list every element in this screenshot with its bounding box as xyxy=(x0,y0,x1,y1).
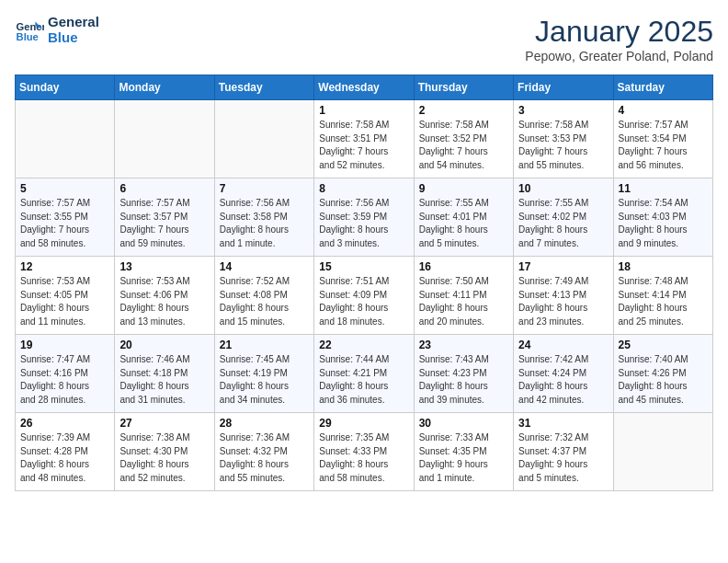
header-wednesday: Wednesday xyxy=(314,75,414,100)
day-cell: 17Sunrise: 7:49 AMSunset: 4:13 PMDayligh… xyxy=(514,257,613,335)
day-cell xyxy=(16,100,115,178)
page-header: General Blue General Blue January 2025 P… xyxy=(15,15,713,63)
day-number: 7 xyxy=(220,182,309,195)
day-number: 18 xyxy=(619,260,708,273)
day-info: Sunrise: 7:58 AMSunset: 3:51 PMDaylight:… xyxy=(319,119,408,172)
week-row-1: 1Sunrise: 7:58 AMSunset: 3:51 PMDaylight… xyxy=(16,100,713,178)
day-cell: 5Sunrise: 7:57 AMSunset: 3:55 PMDaylight… xyxy=(16,178,115,257)
header-tuesday: Tuesday xyxy=(214,75,313,100)
day-cell xyxy=(613,413,712,491)
week-row-2: 5Sunrise: 7:57 AMSunset: 3:55 PMDaylight… xyxy=(16,178,713,257)
header-monday: Monday xyxy=(115,75,214,100)
day-number: 13 xyxy=(119,260,209,273)
logo-general: General xyxy=(48,15,99,30)
day-cell: 23Sunrise: 7:43 AMSunset: 4:23 PMDayligh… xyxy=(414,335,513,413)
day-cell: 28Sunrise: 7:36 AMSunset: 4:32 PMDayligh… xyxy=(214,413,313,491)
day-number: 21 xyxy=(220,339,309,351)
day-number: 3 xyxy=(518,104,608,117)
day-number: 19 xyxy=(20,339,109,351)
day-info: Sunrise: 7:57 AMSunset: 3:55 PMDaylight:… xyxy=(20,197,109,250)
day-cell: 13Sunrise: 7:53 AMSunset: 4:06 PMDayligh… xyxy=(115,257,214,335)
day-number: 9 xyxy=(419,182,508,195)
day-cell: 31Sunrise: 7:32 AMSunset: 4:37 PMDayligh… xyxy=(514,413,613,491)
day-number: 28 xyxy=(220,417,309,430)
day-number: 23 xyxy=(419,339,508,351)
day-number: 2 xyxy=(419,104,508,117)
day-cell xyxy=(214,100,313,178)
day-cell: 18Sunrise: 7:48 AMSunset: 4:14 PMDayligh… xyxy=(613,257,712,335)
day-cell: 26Sunrise: 7:39 AMSunset: 4:28 PMDayligh… xyxy=(16,413,115,491)
day-cell: 15Sunrise: 7:51 AMSunset: 4:09 PMDayligh… xyxy=(314,257,414,335)
day-cell: 24Sunrise: 7:42 AMSunset: 4:24 PMDayligh… xyxy=(514,335,613,413)
header-saturday: Saturday xyxy=(613,75,712,100)
day-info: Sunrise: 7:36 AMSunset: 4:32 PMDaylight:… xyxy=(220,431,309,485)
day-info: Sunrise: 7:51 AMSunset: 4:09 PMDaylight:… xyxy=(319,275,408,328)
day-info: Sunrise: 7:35 AMSunset: 4:33 PMDaylight:… xyxy=(319,431,408,485)
week-row-5: 26Sunrise: 7:39 AMSunset: 4:28 PMDayligh… xyxy=(16,413,713,491)
day-info: Sunrise: 7:55 AMSunset: 4:01 PMDaylight:… xyxy=(419,197,508,250)
day-cell: 25Sunrise: 7:40 AMSunset: 4:26 PMDayligh… xyxy=(613,335,712,413)
day-info: Sunrise: 7:46 AMSunset: 4:18 PMDaylight:… xyxy=(119,353,209,407)
day-cell: 12Sunrise: 7:53 AMSunset: 4:05 PMDayligh… xyxy=(16,257,115,335)
header-sunday: Sunday xyxy=(16,75,115,100)
day-info: Sunrise: 7:39 AMSunset: 4:28 PMDaylight:… xyxy=(20,431,109,485)
day-number: 10 xyxy=(518,182,608,195)
day-cell: 11Sunrise: 7:54 AMSunset: 4:03 PMDayligh… xyxy=(613,178,712,257)
day-info: Sunrise: 7:58 AMSunset: 3:52 PMDaylight:… xyxy=(419,119,508,172)
day-cell: 16Sunrise: 7:50 AMSunset: 4:11 PMDayligh… xyxy=(414,257,513,335)
day-info: Sunrise: 7:40 AMSunset: 4:26 PMDaylight:… xyxy=(619,353,708,407)
day-info: Sunrise: 7:42 AMSunset: 4:24 PMDaylight:… xyxy=(518,353,608,407)
day-cell: 19Sunrise: 7:47 AMSunset: 4:16 PMDayligh… xyxy=(16,335,115,413)
day-info: Sunrise: 7:53 AMSunset: 4:05 PMDaylight:… xyxy=(20,275,109,328)
day-number: 31 xyxy=(518,417,608,430)
day-number: 17 xyxy=(518,260,608,273)
day-cell: 29Sunrise: 7:35 AMSunset: 4:33 PMDayligh… xyxy=(314,413,414,491)
day-info: Sunrise: 7:53 AMSunset: 4:06 PMDaylight:… xyxy=(119,275,209,328)
day-cell: 1Sunrise: 7:58 AMSunset: 3:51 PMDaylight… xyxy=(314,100,414,178)
calendar-table: SundayMondayTuesdayWednesdayThursdayFrid… xyxy=(15,75,713,491)
location-subtitle: Pepowo, Greater Poland, Poland xyxy=(525,49,713,63)
day-cell: 4Sunrise: 7:57 AMSunset: 3:54 PMDaylight… xyxy=(613,100,712,178)
day-cell: 21Sunrise: 7:45 AMSunset: 4:19 PMDayligh… xyxy=(214,335,313,413)
day-number: 5 xyxy=(20,182,109,195)
day-info: Sunrise: 7:47 AMSunset: 4:16 PMDaylight:… xyxy=(20,353,109,407)
day-cell: 3Sunrise: 7:58 AMSunset: 3:53 PMDaylight… xyxy=(514,100,613,178)
day-cell: 20Sunrise: 7:46 AMSunset: 4:18 PMDayligh… xyxy=(115,335,214,413)
title-block: January 2025 Pepowo, Greater Poland, Pol… xyxy=(525,15,713,63)
header-friday: Friday xyxy=(514,75,613,100)
header-thursday: Thursday xyxy=(414,75,513,100)
logo-blue: Blue xyxy=(48,30,99,46)
day-cell: 30Sunrise: 7:33 AMSunset: 4:35 PMDayligh… xyxy=(414,413,513,491)
day-info: Sunrise: 7:52 AMSunset: 4:08 PMDaylight:… xyxy=(220,275,309,328)
day-info: Sunrise: 7:45 AMSunset: 4:19 PMDaylight:… xyxy=(220,353,309,407)
day-cell: 10Sunrise: 7:55 AMSunset: 4:02 PMDayligh… xyxy=(514,178,613,257)
day-cell: 27Sunrise: 7:38 AMSunset: 4:30 PMDayligh… xyxy=(115,413,214,491)
day-info: Sunrise: 7:56 AMSunset: 3:58 PMDaylight:… xyxy=(220,197,309,250)
day-info: Sunrise: 7:55 AMSunset: 4:02 PMDaylight:… xyxy=(518,197,608,250)
day-cell: 22Sunrise: 7:44 AMSunset: 4:21 PMDayligh… xyxy=(314,335,414,413)
svg-text:Blue: Blue xyxy=(17,31,39,42)
day-info: Sunrise: 7:58 AMSunset: 3:53 PMDaylight:… xyxy=(518,119,608,172)
day-cell: 6Sunrise: 7:57 AMSunset: 3:57 PMDaylight… xyxy=(115,178,214,257)
day-cell: 14Sunrise: 7:52 AMSunset: 4:08 PMDayligh… xyxy=(214,257,313,335)
day-info: Sunrise: 7:54 AMSunset: 4:03 PMDaylight:… xyxy=(619,197,708,250)
day-number: 30 xyxy=(419,417,508,430)
day-number: 27 xyxy=(119,417,209,430)
day-info: Sunrise: 7:32 AMSunset: 4:37 PMDaylight:… xyxy=(518,431,608,485)
day-number: 24 xyxy=(518,339,608,351)
day-info: Sunrise: 7:56 AMSunset: 3:59 PMDaylight:… xyxy=(319,197,408,250)
week-row-3: 12Sunrise: 7:53 AMSunset: 4:05 PMDayligh… xyxy=(16,257,713,335)
day-info: Sunrise: 7:50 AMSunset: 4:11 PMDaylight:… xyxy=(419,275,508,328)
day-info: Sunrise: 7:57 AMSunset: 3:57 PMDaylight:… xyxy=(119,197,209,250)
month-title: January 2025 xyxy=(525,15,713,49)
day-number: 29 xyxy=(319,417,408,430)
day-info: Sunrise: 7:57 AMSunset: 3:54 PMDaylight:… xyxy=(619,119,708,172)
week-row-4: 19Sunrise: 7:47 AMSunset: 4:16 PMDayligh… xyxy=(16,335,713,413)
logo-icon: General Blue xyxy=(15,16,44,45)
day-cell: 2Sunrise: 7:58 AMSunset: 3:52 PMDaylight… xyxy=(414,100,513,178)
day-number: 8 xyxy=(319,182,408,195)
day-number: 4 xyxy=(619,104,708,117)
day-cell: 8Sunrise: 7:56 AMSunset: 3:59 PMDaylight… xyxy=(314,178,414,257)
day-number: 12 xyxy=(20,260,109,273)
day-number: 20 xyxy=(119,339,209,351)
